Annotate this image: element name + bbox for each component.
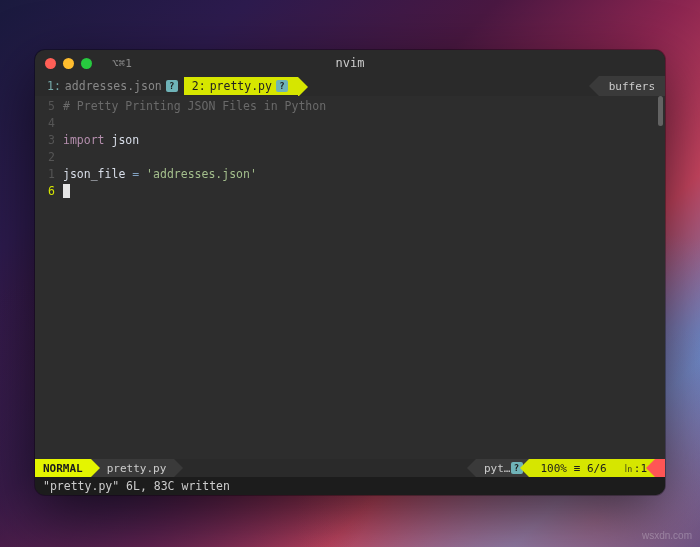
titlebar: ⌥⌘1 nvim xyxy=(35,50,665,76)
modified-badge-icon: ? xyxy=(276,80,288,92)
status-spacer xyxy=(174,459,476,477)
editor-area[interactable]: 5 4 3 2 1 6 # Pretty Printing JSON Files… xyxy=(35,96,665,459)
line-number: 3 xyxy=(35,132,55,149)
filename-segment: pretty.py xyxy=(91,459,175,477)
column-icon: ㏑: xyxy=(623,461,641,476)
line-number: 2 xyxy=(35,149,55,166)
status-end-cap-icon xyxy=(655,459,665,477)
code-variable: json_file xyxy=(63,167,132,181)
modified-badge-icon: ? xyxy=(166,80,178,92)
percent-segment: 100% ≡ 6/6 xyxy=(529,459,615,477)
code-content[interactable]: # Pretty Printing JSON Files in Python i… xyxy=(63,96,665,459)
code-string: 'addresses.json' xyxy=(139,167,257,181)
bufferline: 1: addresses.json ? 2: pretty.py ? buffe… xyxy=(35,76,665,96)
bufferline-mode-label: buffers xyxy=(599,76,665,96)
mode-segment: NORMAL xyxy=(35,459,91,477)
percent-text: 100% xyxy=(541,462,568,475)
separator-icon: ≡ xyxy=(574,462,581,475)
statusline: NORMAL pretty.py pyt… ? 100% ≡ 6/6 ㏑:1 xyxy=(35,459,665,477)
current-line-number: 6 xyxy=(35,183,55,200)
buffer-index: 1: xyxy=(47,79,61,93)
buffer-tab-pretty[interactable]: 2: pretty.py ? xyxy=(184,77,298,95)
close-button[interactable] xyxy=(45,58,56,69)
code-module: json xyxy=(105,133,140,147)
buffer-name: addresses.json xyxy=(65,79,162,93)
command-line[interactable]: "pretty.py" 6L, 83C written xyxy=(35,477,665,495)
filetype-text: pyt… xyxy=(484,462,511,475)
line-number: 5 xyxy=(35,98,55,115)
code-comment: # Pretty Printing JSON Files in Python xyxy=(63,99,326,113)
buffer-name: pretty.py xyxy=(210,79,272,93)
watermark: wsxdn.com xyxy=(642,530,692,541)
code-keyword: import xyxy=(63,133,105,147)
scrollbar[interactable] xyxy=(658,96,663,126)
zoom-button[interactable] xyxy=(81,58,92,69)
line-number-gutter: 5 4 3 2 1 6 xyxy=(35,96,63,459)
buffer-index: 2: xyxy=(192,79,206,93)
tab-hotkey: ⌥⌘1 xyxy=(112,57,132,70)
traffic-lights xyxy=(45,58,92,69)
buffer-tab-addresses[interactable]: 1: addresses.json ? xyxy=(39,77,184,95)
minimize-button[interactable] xyxy=(63,58,74,69)
line-number: 4 xyxy=(35,115,55,132)
cursor-block-icon xyxy=(63,184,70,198)
terminal-window: ⌥⌘1 nvim 1: addresses.json ? 2: pretty.p… xyxy=(35,50,665,495)
line-count: 6/6 xyxy=(587,462,607,475)
line-number: 1 xyxy=(35,166,55,183)
